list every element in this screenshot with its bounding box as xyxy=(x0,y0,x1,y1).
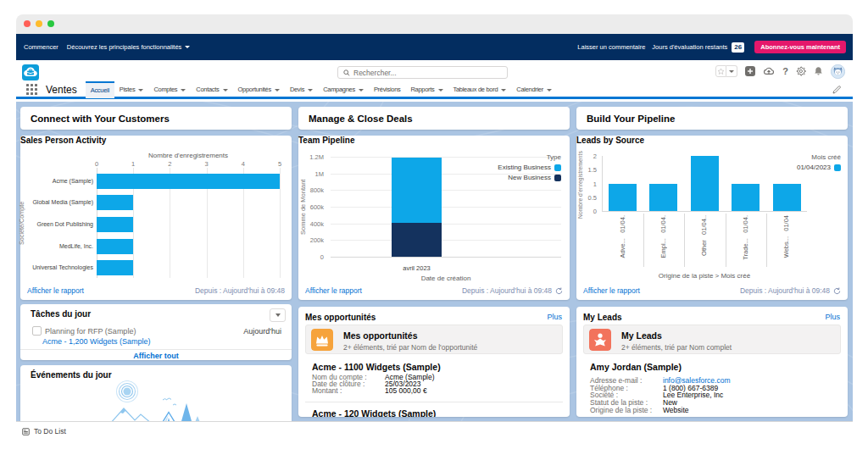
tab-opportunit-s[interactable]: Opportunités xyxy=(233,81,285,98)
tasks-view-all-link[interactable]: Afficher tout xyxy=(20,352,292,360)
my-leads-card: My Leads Plus My Leads 2+ éléments, trié… xyxy=(576,307,848,417)
bar-category-label: Green Dot Publishing xyxy=(29,221,93,227)
bar-5[interactable] xyxy=(97,260,133,275)
subscribe-button[interactable]: Abonnez-vous maintenant xyxy=(754,41,846,53)
bar-category-label: Global Media (Sample) xyxy=(29,199,93,205)
my-opportunities-card: Mes opportunités Plus Mes opportunités 2… xyxy=(298,307,570,417)
x-tick-label: Other 01/04.. xyxy=(700,215,708,256)
x-axis-title: Origine de la piste > Mois créé xyxy=(602,272,807,280)
tab-label: Opportunités xyxy=(238,86,271,93)
bar-2[interactable] xyxy=(97,195,133,210)
task-checkbox[interactable] xyxy=(32,326,42,336)
x-axis-title: Date de création xyxy=(331,275,561,282)
tab-calendrier[interactable]: Calendrier xyxy=(511,81,557,98)
tab-accueil[interactable]: Accueil xyxy=(86,81,114,98)
favorites-menu-button[interactable] xyxy=(726,65,737,77)
column-header-build: Build Your Pipeline xyxy=(576,107,848,130)
category-separator xyxy=(726,214,726,267)
bar-segment-new-business[interactable] xyxy=(392,223,442,257)
refresh-icon[interactable] xyxy=(833,287,841,295)
chevron-down-icon xyxy=(501,89,506,92)
report-status: Depuis : Aujourd'hui à 09:48 xyxy=(462,286,563,295)
bar-3[interactable] xyxy=(691,156,719,211)
app-name[interactable]: Ventes xyxy=(46,84,77,96)
tab-contacts[interactable]: Contacts xyxy=(191,81,232,98)
record-link[interactable]: Acme - 1100 Widgets (Sample) xyxy=(312,362,441,372)
sales-person-activity-chart: Sales Person ActivityNombre d'enregistre… xyxy=(20,136,292,300)
browser-titlebar xyxy=(16,14,853,34)
record-link[interactable]: Amy Jordan (Sample) xyxy=(590,362,682,372)
column-header-manage: Manage & Close Deals xyxy=(298,107,570,130)
guidance-center-icon[interactable] xyxy=(763,66,775,76)
leads-banner-title[interactable]: My Leads xyxy=(621,330,662,341)
x-tick-label: Webs... 01/04 xyxy=(782,215,790,258)
tab-label: Calendrier xyxy=(516,86,543,93)
x-tick-label: Adve... 01/04. xyxy=(619,215,626,258)
task-subject[interactable]: Planning for RFP (Sample) xyxy=(45,327,136,336)
traffic-light-minimize-icon[interactable] xyxy=(36,20,42,27)
tab-label: Accueil xyxy=(91,86,109,94)
tab-pistes[interactable]: Pistes xyxy=(114,81,149,98)
tab-pr-visions[interactable]: Prévisions xyxy=(369,81,406,98)
view-report-link[interactable]: Afficher le rapport xyxy=(583,286,640,295)
app-logo-icon[interactable] xyxy=(22,64,39,80)
bar-4[interactable] xyxy=(732,184,760,212)
tab-label: Campagnes xyxy=(323,86,355,93)
setup-gear-icon[interactable] xyxy=(796,66,806,76)
edit-pencil-icon[interactable] xyxy=(832,86,841,94)
opportunities-banner-title[interactable]: Mes opportunités xyxy=(343,330,418,341)
discover-features-link[interactable]: Découvrez les principales fonctionnalité… xyxy=(67,43,191,51)
bar-segment-existing-business[interactable] xyxy=(392,158,442,223)
tab-tableaux-de-bord[interactable]: Tableaux de bord xyxy=(448,81,512,98)
traffic-light-zoom-icon[interactable] xyxy=(47,20,54,27)
bar-4[interactable] xyxy=(97,239,133,254)
tab-comptes[interactable]: Comptes xyxy=(148,81,191,98)
traffic-light-close-icon[interactable] xyxy=(24,20,31,27)
view-report-link[interactable]: Afficher le rapport xyxy=(305,286,362,295)
quick-create-button[interactable] xyxy=(745,66,755,76)
gridline xyxy=(331,257,561,258)
refresh-icon[interactable] xyxy=(555,287,563,295)
tab-label: Contacts xyxy=(196,86,219,93)
tab-devis[interactable]: Devis xyxy=(285,81,318,98)
events-empty-illustration xyxy=(20,380,292,421)
tab-rapports[interactable]: Rapports xyxy=(406,81,448,98)
record-link[interactable]: Acme - 120 Widgets (Sample) xyxy=(312,408,436,417)
tab-campagnes[interactable]: Campagnes xyxy=(318,81,369,98)
chevron-down-icon xyxy=(438,89,443,92)
tab-label: Devis xyxy=(290,86,304,93)
bar-1[interactable] xyxy=(97,174,280,189)
bar-1[interactable] xyxy=(609,184,637,212)
search-input[interactable] xyxy=(353,69,489,77)
x-tick-label: 1 xyxy=(128,160,138,168)
x-tick-label: 2 xyxy=(164,160,175,168)
divider xyxy=(20,349,292,350)
bar-2[interactable] xyxy=(649,184,677,212)
help-icon[interactable]: ? xyxy=(782,66,788,76)
avatar-astro[interactable] xyxy=(831,64,845,79)
notifications-bell-icon[interactable] xyxy=(814,66,823,76)
bar-3[interactable] xyxy=(97,217,133,232)
bar-5[interactable] xyxy=(773,184,801,212)
field-row: Montant :105 000,00 € xyxy=(312,386,342,395)
favorites-button[interactable] xyxy=(715,65,726,77)
tab-label: Pistes xyxy=(120,86,136,93)
view-report-link[interactable]: Afficher le rapport xyxy=(27,286,84,295)
todo-list-button[interactable]: To Do List xyxy=(22,427,66,436)
leads-more-link[interactable]: Plus xyxy=(825,313,840,321)
utility-bar: To Do List xyxy=(16,421,853,441)
discover-features-label: Découvrez les principales fonctionnalité… xyxy=(67,43,182,51)
report-status-text: Depuis : Aujourd'hui à 09:48 xyxy=(462,286,552,295)
legend-swatch xyxy=(834,164,841,171)
chevron-down-icon xyxy=(275,314,281,317)
chart-title: Sales Person Activity xyxy=(20,136,292,145)
feedback-link[interactable]: Laisser un commentaire xyxy=(577,43,645,51)
category-separator xyxy=(643,214,644,267)
lead-icon xyxy=(589,329,611,351)
tasks-menu-button[interactable] xyxy=(270,308,286,322)
task-related-link[interactable]: Acme - 1,200 Widgets (Sample) xyxy=(42,337,151,346)
getting-started-link[interactable]: Commencer xyxy=(24,43,58,51)
app-launcher-icon[interactable] xyxy=(26,84,37,95)
opportunities-more-link[interactable]: Plus xyxy=(547,313,562,321)
chart-title: Leads by Source xyxy=(576,136,848,145)
